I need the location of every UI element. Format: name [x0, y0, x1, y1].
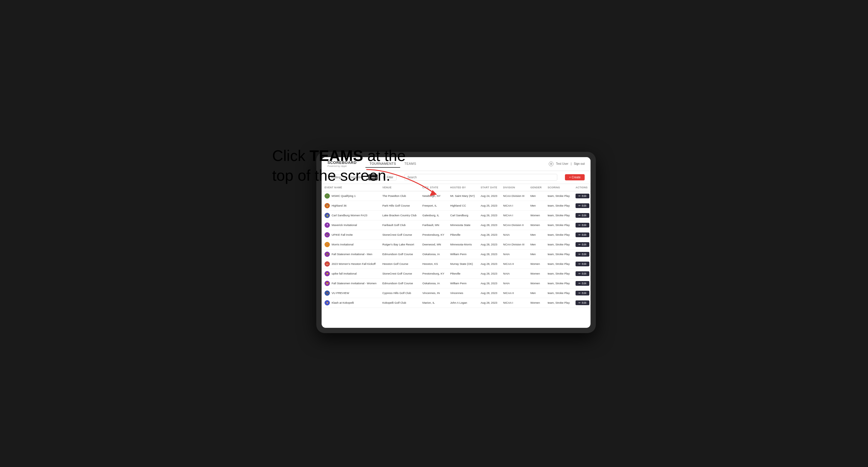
scoring-cell: team, Stroke Play — [545, 259, 572, 269]
actions-cell: ✏ Edit — [572, 288, 591, 298]
arrow-annotation — [354, 164, 443, 199]
create-button[interactable]: + Create — [565, 174, 585, 180]
edit-label: Edit — [582, 243, 586, 246]
city-state-cell: Vincennes, IN — [420, 288, 447, 298]
edit-button[interactable]: ✏ Edit — [576, 232, 589, 237]
team-icon: 🐯 — [324, 281, 330, 286]
team-icon: 🏌 — [324, 193, 330, 199]
edit-button[interactable]: ✏ Edit — [576, 213, 589, 218]
edit-button[interactable]: ✏ Edit — [576, 252, 589, 257]
gender-cell: Men — [527, 230, 545, 240]
hosted-by-cell: Carl Sandburg — [447, 210, 477, 220]
event-name: Maverick Invitational — [332, 223, 357, 226]
team-icon: 🦁 — [324, 271, 330, 276]
start-date-cell: Aug 28, 2023 — [477, 269, 500, 278]
actions-cell: ✏ Edit — [572, 220, 591, 230]
separator: | — [571, 162, 572, 165]
event-name: Klash at Kokopelli — [332, 301, 354, 304]
gender-cell: Men — [527, 240, 545, 249]
start-date-cell: Aug 28, 2023 — [477, 298, 500, 308]
edit-icon: ✏ — [579, 234, 581, 236]
scoring-cell: team, Stroke Play — [545, 210, 572, 220]
edit-icon: ✏ — [579, 301, 581, 304]
event-name-cell: 🦌 Morris Invitational — [321, 240, 379, 249]
col-gender: GENDER — [527, 184, 545, 191]
table-row: 🐯 Fall Statesmen Invitational - Women Ed… — [321, 278, 591, 288]
table-row: 🎖 Maverick Invitational Faribault Golf C… — [321, 220, 591, 230]
division-cell: NICAA II — [500, 288, 527, 298]
gender-cell: Women — [527, 269, 545, 278]
edit-button[interactable]: ✏ Edit — [576, 203, 589, 208]
event-name-cell: 🦅 UPIKE Fall Invite — [321, 230, 379, 240]
edit-label: Edit — [582, 262, 586, 266]
division-cell: NICAA II — [500, 259, 527, 269]
edit-button[interactable]: ✏ Edit — [576, 242, 589, 247]
hosted-by-cell: Murray State (OK) — [447, 259, 477, 269]
hosted-by-cell: Pikeville — [447, 230, 477, 240]
event-name-cell: 🦁 upike fall invitational — [321, 269, 379, 278]
city-state-cell: Marion, IL — [420, 298, 447, 308]
team-icon: 🐻 — [324, 252, 330, 257]
table-row: 🦁 upike fall invitational StoneCrest Gol… — [321, 269, 591, 278]
city-state-cell: Prestonsburg, KY — [420, 230, 447, 240]
gender-cell: Women — [527, 278, 545, 288]
gear-icon[interactable]: ⚙ — [549, 161, 554, 166]
hosted-by-cell: William Penn — [447, 249, 477, 259]
start-date-cell: Aug 28, 2023 — [477, 230, 500, 240]
scoring-cell: team, Stroke Play — [545, 278, 572, 288]
division-cell: NAIA — [500, 269, 527, 278]
event-name-cell: 🦊 2023 Women's Hesston Fall Kickoff — [321, 259, 379, 269]
venue-cell: Edmundson Golf Course — [379, 249, 419, 259]
division-cell: NCAA Division III — [500, 240, 527, 249]
edit-button[interactable]: ✏ Edit — [576, 271, 589, 276]
team-icon: ⛳ — [324, 213, 330, 218]
city-state-cell: Hesston, KS — [420, 259, 447, 269]
table-row: 🦊 2023 Women's Hesston Fall Kickoff Hess… — [321, 259, 591, 269]
edit-button[interactable]: ✏ Edit — [576, 194, 589, 198]
sign-out-link[interactable]: Sign out — [574, 162, 585, 165]
edit-icon: ✏ — [579, 194, 581, 197]
gender-cell: Women — [527, 210, 545, 220]
city-state-cell: Deerwood, MN — [420, 240, 447, 249]
event-name: VU PREVIEW — [332, 291, 349, 294]
scoring-cell: team, Stroke Play — [545, 191, 572, 201]
division-cell: NAIA — [500, 278, 527, 288]
event-name-cell: 🎖 Maverick Invitational — [321, 220, 379, 230]
division-cell: NAIA — [500, 249, 527, 259]
edit-icon: ✏ — [579, 291, 581, 294]
city-state-cell: Freeport, IL — [420, 201, 447, 210]
hosted-by-cell: Minnesota State — [447, 220, 477, 230]
edit-label: Edit — [582, 234, 586, 236]
city-state-cell: Prestonsburg, KY — [420, 269, 447, 278]
edit-label: Edit — [582, 224, 586, 226]
actions-cell: ✏ Edit — [572, 259, 591, 269]
team-icon: 🦊 — [324, 261, 330, 267]
scoring-cell: team, Stroke Play — [545, 201, 572, 210]
city-state-cell: Faribault, MN — [420, 220, 447, 230]
scoring-cell: team, Stroke Play — [545, 298, 572, 308]
scoring-cell: team, Stroke Play — [545, 288, 572, 298]
city-state-cell: Oskaloosa, IA — [420, 249, 447, 259]
col-start-date: START DATE — [477, 184, 500, 191]
table-row: 🦬 VU PREVIEW Cypress Hills Golf Club Vin… — [321, 288, 591, 298]
edit-icon: ✏ — [579, 262, 581, 266]
venue-cell: Park Hills Golf Course — [379, 201, 419, 210]
edit-button[interactable]: ✏ Edit — [576, 261, 589, 266]
hosted-by-cell: William Penn — [447, 278, 477, 288]
hosted-by-cell: Pikeville — [447, 269, 477, 278]
hosted-by-cell: Highland CC — [447, 201, 477, 210]
edit-button[interactable]: ✏ Edit — [576, 223, 589, 227]
edit-button[interactable]: ✏ Edit — [576, 281, 589, 286]
start-date-cell: Aug 28, 2023 — [477, 220, 500, 230]
edit-label: Edit — [582, 272, 586, 275]
edit-label: Edit — [582, 194, 586, 197]
hosted-by-cell: Vincennes — [447, 288, 477, 298]
annotation-bold: TEAMS — [310, 147, 363, 164]
edit-button[interactable]: ✏ Edit — [576, 301, 589, 305]
edit-icon: ✏ — [579, 214, 581, 217]
start-date-cell: Aug 28, 2023 — [477, 278, 500, 288]
actions-cell: ✏ Edit — [572, 278, 591, 288]
team-icon: 🏅 — [324, 203, 330, 208]
edit-button[interactable]: ✏ Edit — [576, 291, 589, 295]
table-row: 🦌 Morris Invitational Rutger's Bay Lake … — [321, 240, 591, 249]
